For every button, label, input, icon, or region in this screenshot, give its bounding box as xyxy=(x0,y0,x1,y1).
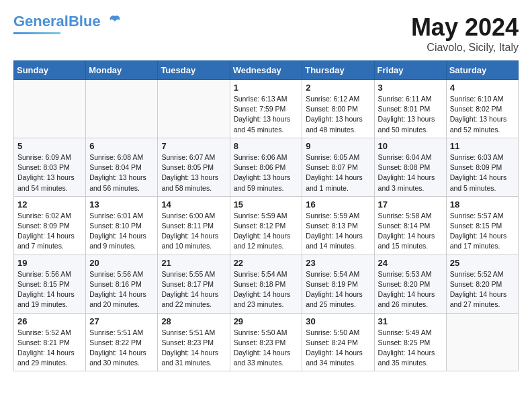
cell-content: Sunrise: 6:07 AMSunset: 8:05 PMDaylight:… xyxy=(161,152,226,193)
calendar-header-sunday: Sunday xyxy=(14,61,86,80)
cell-content: Sunrise: 5:54 AMSunset: 8:19 PMDaylight:… xyxy=(306,269,370,310)
day-number: 14 xyxy=(161,199,226,210)
calendar-cell: 26Sunrise: 5:52 AMSunset: 8:21 PMDayligh… xyxy=(14,313,86,371)
calendar-cell: 1Sunrise: 6:13 AMSunset: 7:59 PMDaylight… xyxy=(230,80,302,138)
day-number: 12 xyxy=(17,199,82,210)
calendar-cell: 25Sunrise: 5:52 AMSunset: 8:20 PMDayligh… xyxy=(446,255,518,313)
calendar-cell: 12Sunrise: 6:02 AMSunset: 8:09 PMDayligh… xyxy=(14,196,86,255)
calendar-cell xyxy=(158,80,230,138)
calendar-cell: 11Sunrise: 6:03 AMSunset: 8:09 PMDayligh… xyxy=(446,138,518,196)
calendar-header-row: SundayMondayTuesdayWednesdayThursdayFrid… xyxy=(14,61,519,80)
calendar-cell: 14Sunrise: 6:00 AMSunset: 8:11 PMDayligh… xyxy=(158,196,230,255)
day-number: 26 xyxy=(17,316,82,326)
calendar-cell: 30Sunrise: 5:50 AMSunset: 8:24 PMDayligh… xyxy=(302,313,374,371)
location-title: Ciavolo, Sicily, Italy xyxy=(411,42,519,54)
day-number: 24 xyxy=(378,258,443,268)
day-number: 17 xyxy=(378,199,443,210)
day-number: 23 xyxy=(306,258,370,268)
calendar-cell: 21Sunrise: 5:55 AMSunset: 8:17 PMDayligh… xyxy=(158,255,230,313)
calendar-week-1: 1Sunrise: 6:13 AMSunset: 7:59 PMDaylight… xyxy=(14,80,519,138)
calendar-header-tuesday: Tuesday xyxy=(158,61,230,80)
calendar-cell xyxy=(86,80,158,138)
day-number: 11 xyxy=(450,141,515,151)
calendar-cell: 4Sunrise: 6:10 AMSunset: 8:02 PMDaylight… xyxy=(446,80,518,138)
day-number: 6 xyxy=(89,141,154,151)
logo-text: GeneralBlue xyxy=(13,13,122,31)
day-number: 16 xyxy=(306,199,370,210)
calendar-cell: 31Sunrise: 5:49 AMSunset: 8:25 PMDayligh… xyxy=(374,313,446,371)
cell-content: Sunrise: 6:00 AMSunset: 8:11 PMDaylight:… xyxy=(161,211,226,252)
cell-content: Sunrise: 5:59 AMSunset: 8:13 PMDaylight:… xyxy=(306,211,370,252)
calendar-week-4: 19Sunrise: 5:56 AMSunset: 8:15 PMDayligh… xyxy=(14,255,519,313)
calendar-cell xyxy=(446,313,518,371)
calendar-cell: 29Sunrise: 5:50 AMSunset: 8:23 PMDayligh… xyxy=(230,313,302,371)
cell-content: Sunrise: 6:09 AMSunset: 8:03 PMDaylight:… xyxy=(17,152,82,193)
day-number: 2 xyxy=(306,83,370,93)
cell-content: Sunrise: 5:52 AMSunset: 8:21 PMDaylight:… xyxy=(17,328,82,369)
cell-content: Sunrise: 5:50 AMSunset: 8:24 PMDaylight:… xyxy=(306,328,370,369)
calendar-cell: 5Sunrise: 6:09 AMSunset: 8:03 PMDaylight… xyxy=(14,138,86,196)
cell-content: Sunrise: 5:54 AMSunset: 8:18 PMDaylight:… xyxy=(234,269,299,310)
logo-general: General xyxy=(13,13,69,30)
calendar-cell: 13Sunrise: 6:01 AMSunset: 8:10 PMDayligh… xyxy=(86,196,158,255)
calendar-header-friday: Friday xyxy=(374,61,446,80)
cell-content: Sunrise: 6:02 AMSunset: 8:09 PMDaylight:… xyxy=(17,211,82,252)
day-number: 25 xyxy=(450,258,515,268)
calendar-week-2: 5Sunrise: 6:09 AMSunset: 8:03 PMDaylight… xyxy=(14,138,519,196)
page-header: GeneralBlue May 2024 Ciavolo, Sicily, It… xyxy=(13,13,519,54)
day-number: 5 xyxy=(17,141,82,151)
day-number: 31 xyxy=(378,316,443,326)
cell-content: Sunrise: 6:13 AMSunset: 7:59 PMDaylight:… xyxy=(234,94,299,135)
cell-content: Sunrise: 6:11 AMSunset: 8:01 PMDaylight:… xyxy=(378,94,443,135)
calendar-cell: 3Sunrise: 6:11 AMSunset: 8:01 PMDaylight… xyxy=(374,80,446,138)
calendar-cell: 27Sunrise: 5:51 AMSunset: 8:22 PMDayligh… xyxy=(86,313,158,371)
logo: GeneralBlue xyxy=(13,13,122,34)
cell-content: Sunrise: 5:53 AMSunset: 8:20 PMDaylight:… xyxy=(378,269,443,310)
cell-content: Sunrise: 5:56 AMSunset: 8:15 PMDaylight:… xyxy=(17,269,82,310)
title-area: May 2024 Ciavolo, Sicily, Italy xyxy=(411,13,519,54)
day-number: 4 xyxy=(450,83,515,93)
calendar-cell: 23Sunrise: 5:54 AMSunset: 8:19 PMDayligh… xyxy=(302,255,374,313)
calendar-cell: 20Sunrise: 5:56 AMSunset: 8:16 PMDayligh… xyxy=(86,255,158,313)
day-number: 19 xyxy=(17,258,82,268)
day-number: 20 xyxy=(89,258,154,268)
cell-content: Sunrise: 6:05 AMSunset: 8:07 PMDaylight:… xyxy=(306,152,370,193)
logo-underline xyxy=(13,32,60,34)
day-number: 10 xyxy=(378,141,443,151)
day-number: 18 xyxy=(450,199,515,210)
cell-content: Sunrise: 6:10 AMSunset: 8:02 PMDaylight:… xyxy=(450,94,515,135)
calendar-cell: 16Sunrise: 5:59 AMSunset: 8:13 PMDayligh… xyxy=(302,196,374,255)
cell-content: Sunrise: 6:01 AMSunset: 8:10 PMDaylight:… xyxy=(89,211,154,252)
day-number: 1 xyxy=(234,83,299,93)
logo-blue: Blue xyxy=(69,13,101,30)
calendar-cell: 15Sunrise: 5:59 AMSunset: 8:12 PMDayligh… xyxy=(230,196,302,255)
calendar-cell xyxy=(14,80,86,138)
month-title: May 2024 xyxy=(411,13,519,42)
calendar-header-saturday: Saturday xyxy=(446,61,518,80)
day-number: 27 xyxy=(89,316,154,326)
cell-content: Sunrise: 5:57 AMSunset: 8:15 PMDaylight:… xyxy=(450,211,515,252)
calendar-cell: 6Sunrise: 6:08 AMSunset: 8:04 PMDaylight… xyxy=(86,138,158,196)
cell-content: Sunrise: 5:55 AMSunset: 8:17 PMDaylight:… xyxy=(161,269,226,310)
cell-content: Sunrise: 5:59 AMSunset: 8:12 PMDaylight:… xyxy=(234,211,299,252)
cell-content: Sunrise: 6:04 AMSunset: 8:08 PMDaylight:… xyxy=(378,152,443,193)
calendar-header-thursday: Thursday xyxy=(302,61,374,80)
cell-content: Sunrise: 5:58 AMSunset: 8:14 PMDaylight:… xyxy=(378,211,443,252)
calendar-header-wednesday: Wednesday xyxy=(230,61,302,80)
calendar-cell: 7Sunrise: 6:07 AMSunset: 8:05 PMDaylight… xyxy=(158,138,230,196)
day-number: 30 xyxy=(306,316,370,326)
calendar-cell: 17Sunrise: 5:58 AMSunset: 8:14 PMDayligh… xyxy=(374,196,446,255)
day-number: 13 xyxy=(89,199,154,210)
cell-content: Sunrise: 6:08 AMSunset: 8:04 PMDaylight:… xyxy=(89,152,154,193)
day-number: 9 xyxy=(306,141,370,151)
day-number: 29 xyxy=(234,316,299,326)
calendar-cell: 19Sunrise: 5:56 AMSunset: 8:15 PMDayligh… xyxy=(14,255,86,313)
calendar-cell: 9Sunrise: 6:05 AMSunset: 8:07 PMDaylight… xyxy=(302,138,374,196)
cell-content: Sunrise: 5:50 AMSunset: 8:23 PMDaylight:… xyxy=(234,328,299,369)
day-number: 8 xyxy=(234,141,299,151)
cell-content: Sunrise: 5:51 AMSunset: 8:23 PMDaylight:… xyxy=(161,328,226,369)
cell-content: Sunrise: 5:51 AMSunset: 8:22 PMDaylight:… xyxy=(89,328,154,369)
calendar-table: SundayMondayTuesdayWednesdayThursdayFrid… xyxy=(13,60,519,371)
day-number: 15 xyxy=(234,199,299,210)
day-number: 28 xyxy=(161,316,226,326)
